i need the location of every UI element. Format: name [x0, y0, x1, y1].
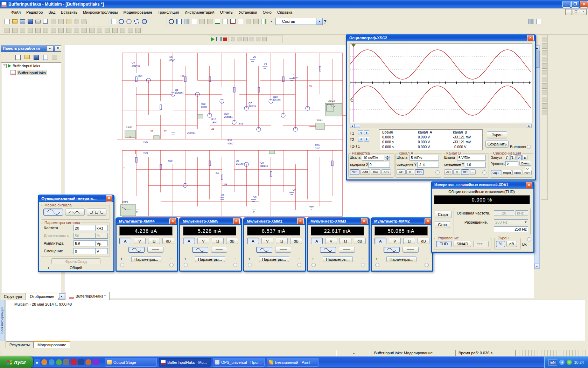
four-channel-scope-tool-icon[interactable]	[542, 63, 547, 69]
menu-help[interactable]: Справка	[274, 9, 295, 15]
xmm3-close-icon[interactable]: ×	[361, 218, 368, 224]
stop-icon[interactable]	[223, 38, 227, 41]
add-mode-button[interactable]: Add	[360, 169, 370, 175]
xmm1-plus-terminal[interactable]	[248, 263, 252, 267]
sinad-mode-button[interactable]: SINAD	[454, 241, 471, 247]
xmm1-minus-terminal[interactable]	[297, 263, 301, 267]
xmm5-ac-button[interactable]	[192, 247, 208, 253]
t2-left-icon[interactable]	[358, 137, 363, 142]
xmm5-db-button[interactable]: dB	[226, 238, 238, 244]
xmm3-db-button[interactable]: dB	[354, 238, 366, 244]
task-ops-universal[interactable]: OPS_universal - Прог...	[213, 358, 265, 367]
cha-zero-button[interactable]: 0	[406, 169, 414, 175]
wattmeter-tool-icon[interactable]	[542, 50, 547, 55]
timebase-scale-input[interactable]: 10 us/Div	[362, 155, 384, 161]
child-restore-button[interactable]: ❐	[573, 9, 579, 15]
xmm1-dc-button[interactable]	[275, 247, 291, 253]
scope-titlebar[interactable]: Осциллограф-XSC2 ×	[347, 34, 535, 41]
cha-dc-button[interactable]: DC	[415, 169, 424, 175]
normal-mode-button[interactable]: Норм	[502, 170, 512, 175]
scope-scroll-right-icon[interactable]	[527, 124, 531, 128]
menu-file[interactable]: Файл	[8, 9, 23, 15]
xmm1-ampere-button[interactable]: A	[247, 238, 259, 244]
xmm2-ac-button[interactable]	[384, 247, 400, 253]
bode-plotter-tool-icon[interactable]	[542, 70, 547, 75]
xmm4-close-icon[interactable]: ×	[169, 218, 176, 224]
none-mode-button[interactable]: Нет	[523, 170, 532, 175]
trigger-level-input[interactable]: 0	[505, 161, 518, 166]
trigger-a-button[interactable]: A	[517, 155, 522, 160]
chb-minus-button[interactable]: -	[470, 169, 476, 175]
xmm2-db-button[interactable]: dB	[418, 238, 429, 244]
chb-dc-button[interactable]: DC	[461, 169, 469, 175]
t1-right-icon[interactable]	[364, 130, 369, 135]
thd-start-button[interactable]: Старт	[435, 211, 451, 218]
xmm4-volt-button[interactable]: V	[134, 238, 146, 244]
xmm1-ohm-button[interactable]: Ω	[276, 238, 288, 244]
xmm4-ampere-button[interactable]: A	[119, 238, 131, 244]
xmm5-volt-button[interactable]: V	[197, 238, 209, 244]
language-indicator[interactable]: EN	[548, 359, 557, 366]
cha-scale-input[interactable]: 5 V/Div	[410, 155, 439, 161]
help-icon[interactable]: ?	[323, 19, 327, 25]
fgen-titlebar[interactable]: Функциональный генерато... ×	[39, 195, 113, 202]
ba-mode-button[interactable]: B/A	[371, 169, 380, 175]
tab-results[interactable]: Результаты	[6, 341, 34, 348]
pause-icon[interactable]	[216, 37, 222, 41]
thd-stop-button[interactable]: Стоп	[435, 221, 450, 228]
bookmarks-icon[interactable]	[535, 18, 542, 25]
ie-quicklaunch-icon[interactable]: e	[34, 359, 40, 365]
xmm3-dc-button[interactable]	[339, 247, 355, 253]
fullscreen-icon[interactable]	[110, 18, 117, 25]
menu-tools[interactable]: Инструментарий	[182, 9, 217, 15]
menu-simulate[interactable]: Моделирование	[120, 9, 155, 15]
clock[interactable]: 10:24	[574, 360, 584, 364]
xmm3-minus-terminal[interactable]	[361, 263, 365, 267]
print-preview-icon[interactable]	[42, 18, 49, 25]
chb-zero-button[interactable]: 0	[453, 169, 460, 175]
info-block-strip[interactable]: Блок информации	[0, 300, 5, 341]
square-wave-button[interactable]	[87, 209, 106, 216]
open-file-icon[interactable]	[11, 18, 18, 25]
in-use-dropdown-icon[interactable]	[316, 18, 322, 25]
network-analyzer-tool-icon[interactable]	[542, 110, 547, 115]
zoom-in-icon[interactable]	[118, 18, 125, 25]
panel-pin-icon[interactable]: ▴	[47, 46, 53, 52]
single-mode-button[interactable]: Одн.	[491, 170, 501, 175]
xmm2-titlebar[interactable]: Мультиметр-XMM2×	[372, 217, 432, 225]
xmm1-volt-button[interactable]: V	[261, 238, 273, 244]
tab-hierarchy[interactable]: Структура	[0, 293, 26, 300]
word-generator-tool-icon[interactable]	[542, 83, 547, 89]
xmm5-ohm-button[interactable]: Ω	[212, 238, 224, 244]
maximize-button[interactable]: ❐	[571, 1, 579, 8]
xmm3-titlebar[interactable]: Мультиметр-XMM3×	[308, 217, 369, 225]
xmm3-ac-button[interactable]	[320, 247, 336, 253]
child-minimize-button[interactable]: _	[565, 9, 572, 15]
menu-mcu[interactable]: Микроконтроллеры	[80, 9, 121, 15]
task-output-stage[interactable]: Output Stage	[105, 358, 157, 367]
export-menu-arrow-icon[interactable]	[268, 18, 275, 25]
xmm2-ampere-button[interactable]: A	[374, 238, 386, 244]
analyses-icon[interactable]	[214, 18, 221, 25]
database-icon[interactable]	[191, 18, 198, 25]
xmm3-volt-button[interactable]: V	[325, 238, 337, 244]
amplitude-input[interactable]: 5.6	[74, 240, 95, 246]
chb-ac-button[interactable]: AC	[444, 169, 453, 175]
frequency-counter-tool-icon[interactable]	[542, 77, 547, 82]
menu-reports[interactable]: Отчеты	[217, 9, 236, 15]
external-trigger-radio[interactable]	[527, 145, 531, 149]
erc-icon[interactable]	[229, 18, 236, 25]
close-design-icon[interactable]	[42, 54, 49, 61]
thd-mode-button[interactable]: THD	[436, 241, 451, 247]
firefox-quicklaunch-icon[interactable]	[85, 359, 91, 365]
chb-scale-input[interactable]: 5 V/Div	[457, 155, 486, 161]
pagebars-icon[interactable]	[527, 18, 534, 25]
xmm1-ac-button[interactable]	[256, 247, 272, 253]
xmm4-ac-button[interactable]	[128, 247, 145, 253]
function-generator-tool-icon[interactable]	[542, 43, 547, 49]
thd-titlebar[interactable]: Измеритель нелинейных искажений-XDA1 ×	[432, 181, 533, 189]
xmm2-ohm-button[interactable]: Ω	[403, 238, 415, 244]
office-quicklaunch-icon[interactable]	[78, 359, 84, 365]
frequency-unit[interactable]: kHz	[95, 225, 108, 231]
media-quicklaunch-icon[interactable]	[56, 359, 62, 365]
